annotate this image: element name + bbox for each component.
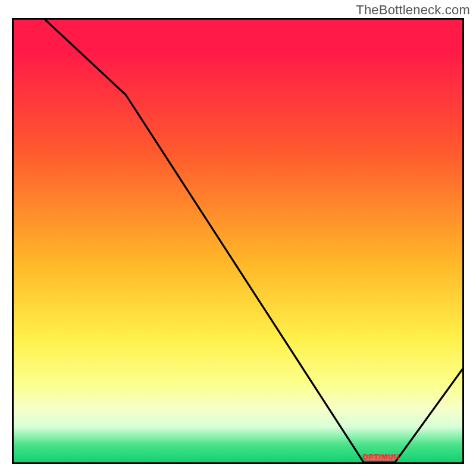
bottleneck-curve xyxy=(14,20,462,462)
chart-plot-area: OPTIMUM xyxy=(12,18,464,464)
curve-layer xyxy=(14,20,462,462)
optimum-label: OPTIMUM xyxy=(362,453,396,461)
watermark-text: TheBottleneck.com xyxy=(356,2,470,18)
